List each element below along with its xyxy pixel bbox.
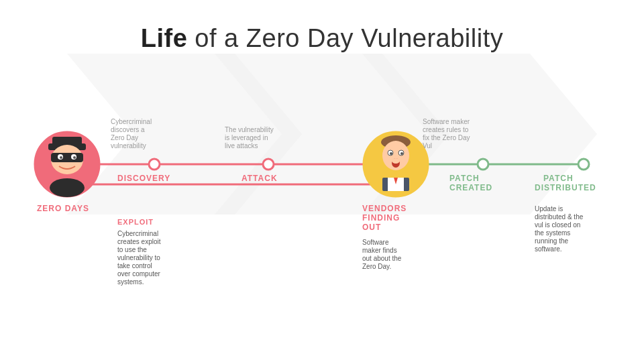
svg-text:creates exploit: creates exploit [117,238,161,245]
svg-point-3 [149,159,160,170]
svg-text:vul is closed on: vul is closed on [535,221,580,229]
svg-text:systems.: systems. [117,278,144,286]
svg-point-6 [578,159,589,170]
svg-text:DISTRIBUTED: DISTRIBUTED [535,183,596,192]
svg-text:to use the: to use the [117,246,147,253]
svg-text:CREATED: CREATED [449,183,492,192]
svg-text:take control: take control [117,262,152,269]
svg-point-23 [400,152,403,155]
svg-text:fix the Zero Day: fix the Zero Day [423,134,470,141]
svg-text:Software maker: Software maker [423,118,470,125]
svg-text:vulnerability: vulnerability [111,142,146,149]
svg-text:Vul: Vul [423,142,432,149]
svg-text:creates rules to: creates rules to [423,126,469,133]
svg-text:the systems: the systems [535,229,570,237]
svg-point-4 [263,159,274,170]
svg-text:software.: software. [535,245,562,253]
svg-point-15 [73,156,76,159]
svg-rect-11 [51,153,83,162]
svg-text:Zero Day.: Zero Day. [362,263,391,270]
svg-text:discovers a: discovers a [111,126,145,133]
svg-text:EXPLOIT: EXPLOIT [117,218,154,226]
svg-text:FINDING: FINDING [362,213,400,223]
svg-text:Update is: Update is [535,205,563,213]
svg-text:live attacks: live attacks [225,142,258,149]
svg-point-16 [50,178,85,197]
title-bold: Life [141,24,188,52]
svg-point-25 [392,158,400,164]
svg-text:The vulnerability: The vulnerability [225,126,274,133]
svg-text:is leveraged in: is leveraged in [225,134,268,141]
svg-text:over computer: over computer [117,270,161,278]
svg-text:PATCH: PATCH [449,174,480,183]
svg-point-5 [478,159,488,170]
svg-text:vulnerability to: vulnerability to [117,254,160,261]
svg-text:Software: Software [362,239,389,246]
svg-text:Cybercriminal: Cybercriminal [117,230,158,237]
svg-text:Cybercriminal: Cybercriminal [111,118,152,125]
svg-text:maker finds: maker finds [362,247,397,254]
svg-text:VENDORS: VENDORS [362,204,407,213]
svg-text:running the: running the [535,237,568,245]
page-title: Life of a Zero Day Vulnerability [0,24,644,53]
svg-point-14 [60,156,62,159]
title-rest: of a Zero Day Vulnerability [187,24,503,52]
title-area: Life of a Zero Day Vulnerability [0,0,644,53]
svg-text:ATTACK: ATTACK [241,174,278,183]
svg-text:distributed & the: distributed & the [535,213,584,221]
svg-text:Zero Day: Zero Day [111,134,138,141]
svg-point-22 [390,152,392,155]
svg-text:OUT: OUT [362,223,381,232]
svg-text:ZERO DAYS: ZERO DAYS [37,204,89,213]
svg-text:PATCH: PATCH [543,174,574,183]
svg-text:DISCOVERY: DISCOVERY [117,174,170,183]
svg-rect-9 [52,137,82,146]
svg-text:out about the: out about the [362,255,402,262]
